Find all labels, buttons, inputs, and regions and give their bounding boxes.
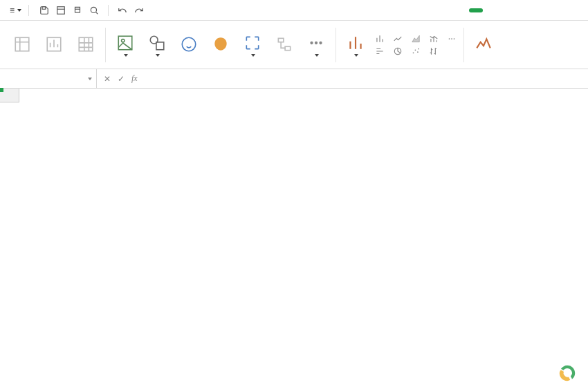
tab-start[interactable] [457, 8, 459, 13]
tab-smart[interactable] [580, 8, 582, 13]
svg-rect-10 [156, 42, 164, 49]
scatter-chart-icon[interactable] [410, 46, 422, 56]
svg-point-8 [122, 39, 125, 42]
print-icon[interactable] [72, 5, 83, 16]
separator [28, 5, 29, 16]
svg-point-14 [310, 41, 313, 44]
ribbon-separator [105, 28, 106, 62]
screenshot-button[interactable] [239, 33, 266, 57]
area-chart-icon[interactable] [410, 34, 422, 44]
daoke-button[interactable] [207, 35, 235, 55]
more-charts-icon[interactable] [445, 34, 458, 44]
pivot-chart-icon [44, 35, 64, 54]
svg-rect-6 [79, 37, 93, 51]
ribbon [0, 21, 588, 69]
more-button[interactable] [302, 33, 330, 57]
all-charts-button[interactable] [342, 33, 369, 57]
ribbon-group-illustrations [107, 24, 334, 66]
redo-icon[interactable] [134, 5, 145, 16]
hbar-chart-icon[interactable] [374, 46, 386, 56]
chevron-down-icon [251, 54, 255, 57]
picture-button[interactable] [111, 33, 139, 57]
formula-bar-row: ✕ ✓ fx [0, 69, 588, 89]
ribbon-group-sparklines [466, 24, 502, 66]
formula-bar-icons: ✕ ✓ fx [97, 73, 145, 84]
tab-member[interactable] [567, 8, 570, 13]
shape-icon [147, 33, 167, 53]
chevron-down-icon [315, 54, 319, 57]
save-icon[interactable] [39, 5, 50, 16]
pivot-chart-button[interactable] [40, 35, 68, 55]
separator [108, 5, 109, 16]
file-menu-button[interactable]: ≡ [6, 6, 26, 15]
print-preview-icon[interactable] [55, 5, 66, 16]
tab-view[interactable] [542, 8, 545, 13]
icons-icon [179, 35, 199, 54]
watermark [558, 363, 581, 383]
svg-point-24 [418, 48, 419, 49]
line-chart-icon[interactable] [392, 34, 404, 44]
icon-button[interactable] [175, 35, 203, 55]
ribbon-separator [463, 28, 464, 62]
pivot-table-icon [12, 35, 32, 54]
cancel-icon[interactable]: ✕ [104, 74, 111, 84]
preview-icon[interactable] [89, 5, 100, 16]
pie-chart-icon[interactable] [392, 46, 404, 56]
ribbon-separator [336, 28, 336, 62]
sparkline-button[interactable] [470, 35, 497, 55]
more-icon [306, 33, 326, 53]
select-all-corner[interactable] [0, 89, 19, 102]
svg-point-16 [319, 41, 322, 44]
sparkline-icon [474, 35, 493, 54]
flowchart-button[interactable] [270, 35, 298, 55]
shape-button[interactable] [143, 33, 171, 57]
ribbon-group-charts [338, 24, 462, 66]
quick-access-toolbar [39, 5, 145, 16]
svg-point-19 [454, 38, 455, 39]
tab-layout[interactable] [493, 8, 495, 13]
stock-chart-icon[interactable] [428, 46, 440, 56]
confirm-icon[interactable]: ✓ [118, 74, 125, 84]
undo-icon[interactable] [117, 5, 128, 16]
svg-point-11 [182, 37, 196, 51]
svg-rect-13 [285, 46, 291, 50]
chevron-down-icon [156, 54, 160, 57]
svg-rect-0 [42, 6, 46, 9]
svg-point-21 [413, 52, 414, 53]
ribbon-group-tables [4, 24, 104, 66]
screenshot-icon [243, 33, 262, 53]
tab-formula[interactable] [505, 8, 508, 13]
table-button[interactable] [72, 35, 100, 55]
svg-rect-4 [15, 37, 29, 51]
chevron-down-icon [124, 54, 128, 57]
svg-rect-2 [75, 9, 80, 12]
svg-point-23 [417, 51, 419, 53]
pivot-table-button[interactable] [8, 35, 36, 55]
chevron-down-icon [17, 9, 21, 12]
tab-data[interactable] [517, 8, 520, 13]
svg-point-18 [451, 38, 452, 39]
combo-chart-icon[interactable] [428, 34, 440, 44]
resource-icon [211, 35, 230, 54]
svg-point-15 [315, 41, 318, 44]
formula-input[interactable] [145, 69, 588, 88]
svg-rect-1 [57, 6, 65, 14]
tab-dev[interactable] [555, 8, 558, 13]
chevron-down-icon [88, 78, 92, 80]
bar-chart-icon[interactable] [374, 34, 386, 44]
menubar: ≡ [0, 0, 588, 21]
chart-icon [346, 33, 365, 53]
fx-icon[interactable]: fx [131, 73, 138, 84]
svg-point-17 [449, 38, 450, 39]
tab-insert[interactable] [469, 8, 483, 12]
svg-rect-12 [278, 38, 284, 42]
tab-review[interactable] [530, 8, 533, 13]
name-box[interactable] [0, 69, 97, 88]
watermark-logo-icon [558, 363, 577, 383]
chevron-down-icon [354, 54, 358, 57]
menu-icon: ≡ [10, 6, 15, 15]
flowchart-icon [275, 35, 294, 54]
table-icon [76, 35, 95, 54]
svg-point-22 [415, 49, 416, 51]
picture-icon [116, 33, 135, 53]
